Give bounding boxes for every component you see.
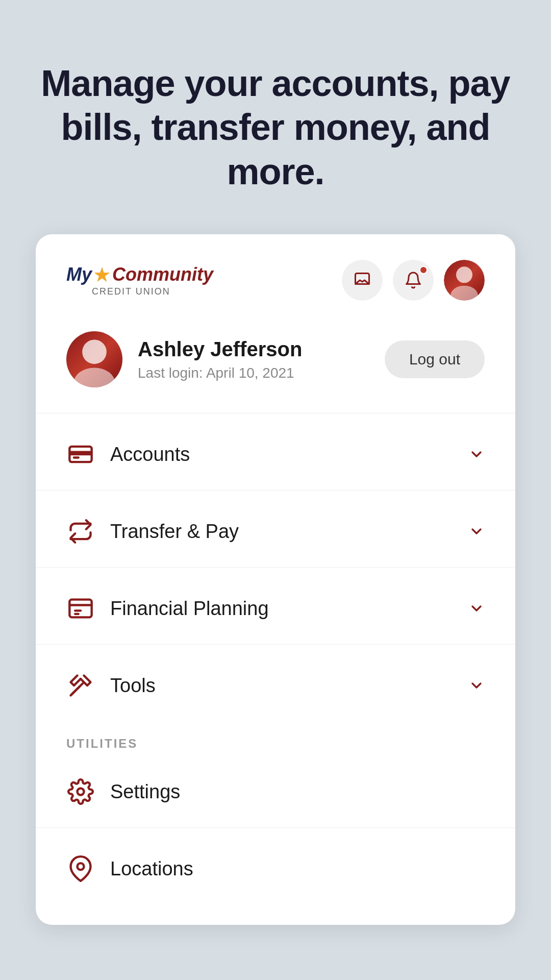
financial-chevron-icon [468,600,485,617]
notification-dot [419,266,428,274]
accounts-label: Accounts [110,444,453,465]
header-icons [342,260,485,301]
accounts-chevron-icon [468,446,485,462]
divider-3 [36,567,515,568]
logout-button[interactable]: Log out [385,340,485,378]
user-details: Ashley Jefferson Last login: April 10, 2… [138,338,302,381]
settings-label: Settings [110,781,485,803]
location-icon [66,854,95,883]
user-last-login: Last login: April 10, 2021 [138,365,302,381]
user-info: Ashley Jefferson Last login: April 10, 2… [66,331,302,387]
transfer-pay-label: Transfer & Pay [110,521,453,543]
menu-item-tools[interactable]: Tools [36,650,515,721]
divider-1 [36,413,515,413]
transfer-icon [66,517,95,546]
menu-item-financial-planning[interactable]: Financial Planning [36,573,515,644]
tools-chevron-icon [468,677,485,694]
user-section: Ashley Jefferson Last login: April 10, 2… [36,321,515,413]
user-name: Ashley Jefferson [138,338,302,361]
logo-my: My [66,264,92,285]
svg-rect-8 [69,600,91,618]
main-card: My ★ Community CREDIT UNION [36,234,515,925]
divider-4 [36,644,515,645]
svg-point-3 [82,340,107,364]
avatar-person-icon [444,260,485,301]
notification-icon [404,271,422,289]
tools-label: Tools [110,675,453,697]
user-avatar [66,331,122,387]
hero-section: Manage your accounts, pay bills, transfe… [0,0,551,234]
locations-label: Locations [110,858,485,880]
settings-icon [66,777,95,806]
hero-title: Manage your accounts, pay bills, transfe… [41,61,510,193]
svg-point-4 [74,368,115,388]
svg-point-1 [456,267,472,283]
svg-point-2 [450,286,478,301]
message-button[interactable] [342,260,383,301]
divider-5 [36,827,515,828]
financial-icon [66,594,95,623]
notification-button[interactable] [393,260,434,301]
header-avatar [444,260,485,301]
accounts-icon [66,440,95,469]
user-avatar-icon [66,331,122,387]
logo-container: My ★ Community CREDIT UNION [66,264,213,297]
menu-item-settings[interactable]: Settings [36,756,515,827]
logo-star-icon: ★ [93,264,111,285]
message-icon [353,271,371,289]
utilities-label: UTILITIES [36,721,515,756]
svg-rect-6 [69,451,91,456]
logo-community: Community [112,264,213,285]
tools-icon [66,671,95,700]
menu-item-locations[interactable]: Locations [36,833,515,904]
menu-item-accounts[interactable]: Accounts [36,419,515,490]
transfer-chevron-icon [468,523,485,540]
logo-text: My ★ Community [66,264,213,285]
logo-subtitle: CREDIT UNION [66,286,170,297]
card-header: My ★ Community CREDIT UNION [36,234,515,321]
menu-item-transfer-pay[interactable]: Transfer & Pay [36,496,515,567]
divider-2 [36,490,515,491]
header-avatar-button[interactable] [444,260,485,301]
svg-point-14 [78,789,84,795]
svg-point-15 [78,863,84,870]
financial-planning-label: Financial Planning [110,598,453,620]
